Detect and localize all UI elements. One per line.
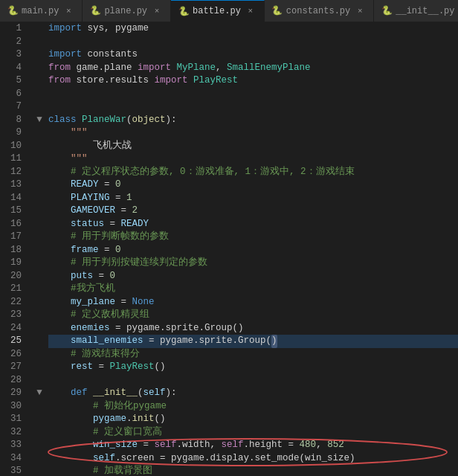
code-editor[interactable]: import sys, pygame import constants from…	[45, 22, 458, 476]
tab-main-py[interactable]: 🐍 main.py ×	[0, 0, 83, 22]
fold-3	[33, 48, 45, 62]
line-num-9: 9	[0, 126, 28, 140]
fold-20	[33, 270, 45, 283]
line-num-27: 27	[0, 361, 28, 374]
tab-main-py-close[interactable]: ×	[62, 5, 74, 17]
py-icon-2: 🐍	[90, 6, 100, 16]
fold-27	[33, 361, 45, 374]
fold-10	[33, 140, 45, 153]
tab-constants-py-close[interactable]: ×	[354, 5, 366, 17]
line-num-22: 22	[0, 296, 28, 309]
fold-7	[33, 100, 45, 114]
line-num-3: 3	[0, 48, 28, 62]
fold-22	[33, 296, 45, 309]
line-num-4: 4	[0, 62, 28, 75]
tab-plane-py[interactable]: 🐍 plane.py ×	[83, 0, 171, 22]
line-num-8: 8	[0, 114, 28, 127]
app-window: 🐍 main.py × 🐍 plane.py × 🐍 battle.py × 🐍…	[0, 0, 458, 476]
fold-35	[33, 465, 45, 476]
code-line-15: GAMEOVER = 2	[48, 205, 458, 218]
line-num-28: 28	[0, 374, 28, 387]
code-line-10: 飞机大战	[48, 140, 458, 153]
tab-constants-py-label: constants.py	[286, 6, 350, 16]
line-num-18: 18	[0, 244, 28, 257]
code-line-1: import sys, pygame	[48, 22, 458, 36]
code-line-20: puts = 0	[48, 270, 458, 283]
fold-16	[33, 218, 45, 231]
line-num-33: 33	[0, 439, 28, 452]
code-line-16: status = READY	[48, 218, 458, 231]
fold-19	[33, 257, 45, 270]
fold-9	[33, 126, 45, 140]
line-num-6: 6	[0, 88, 28, 101]
code-line-27: rest = PlayRest()	[48, 361, 458, 374]
line-num-19: 19	[0, 257, 28, 270]
fold-4	[33, 62, 45, 75]
fold-24	[33, 322, 45, 335]
py-icon: 🐍	[7, 6, 18, 16]
code-line-6	[48, 88, 458, 101]
code-line-17: # 用于判断帧数的参数	[48, 231, 458, 244]
fold-29[interactable]: ▼	[33, 387, 45, 400]
fold-34	[33, 452, 45, 466]
code-line-2	[48, 36, 458, 49]
code-line-35: # 加载背景图	[48, 465, 458, 476]
tab-constants-py[interactable]: 🐍 constants.py ×	[265, 0, 374, 22]
line-num-32: 32	[0, 426, 28, 440]
fold-15	[33, 205, 45, 218]
code-line-26: # 游戏结束得分	[48, 348, 458, 361]
py-icon-4: 🐍	[272, 6, 283, 16]
fold-8[interactable]: ▼	[33, 114, 45, 127]
code-line-3: import constants	[48, 48, 458, 62]
line-numbers-gutter: 1 2 3 4 5 6 7 8 9 10 11 12 13 14 15 16 1…	[0, 22, 33, 476]
fold-14	[33, 192, 45, 205]
line-num-13: 13	[0, 178, 28, 192]
tab-battle-py-close[interactable]: ×	[245, 5, 257, 17]
fold-23	[33, 309, 45, 322]
code-line-30: # 初始化pygame	[48, 400, 458, 414]
fold-25	[33, 335, 45, 348]
code-line-19: # 用于判别按键连续判定的参数	[48, 257, 458, 270]
line-num-16: 16	[0, 218, 28, 231]
py-icon-3: 🐍	[178, 6, 189, 16]
code-line-7	[48, 100, 458, 114]
tab-plane-py-close[interactable]: ×	[151, 5, 163, 17]
line-num-2: 2	[0, 36, 28, 49]
code-line-23: # 定义敌机精灵组	[48, 309, 458, 322]
line-num-23: 23	[0, 309, 28, 322]
fold-1	[33, 22, 45, 36]
line-num-35: 35	[0, 465, 28, 476]
code-line-32: # 定义窗口宽高	[48, 426, 458, 440]
code-line-13: READY = 0	[48, 178, 458, 192]
line-num-34: 34	[0, 452, 28, 466]
fold-11	[33, 152, 45, 166]
code-line-18: frame = 0	[48, 244, 458, 257]
code-line-22: my_plane = None	[48, 296, 458, 309]
fold-18	[33, 244, 45, 257]
code-line-4: from game.plane import MyPlane, SmallEne…	[48, 62, 458, 75]
tab-init-py-label: __init__.py	[396, 6, 454, 16]
tab-init-py[interactable]: 🐍 __init__.py ×	[374, 0, 458, 22]
line-num-24: 24	[0, 322, 28, 335]
fold-31	[33, 413, 45, 426]
code-line-34: self.screen = pygame.display.set_mode(wi…	[48, 452, 458, 466]
line-num-31: 31	[0, 413, 28, 426]
fold-33	[33, 439, 45, 452]
tab-bar: 🐍 main.py × 🐍 plane.py × 🐍 battle.py × 🐍…	[0, 0, 458, 22]
line-num-10: 10	[0, 140, 28, 153]
fold-6	[33, 88, 45, 101]
fold-28	[33, 374, 45, 387]
line-num-29: 29	[0, 387, 28, 400]
fold-32	[33, 426, 45, 440]
code-line-8: class PlaneWar(object):	[48, 114, 458, 127]
fold-17	[33, 231, 45, 244]
line-num-20: 20	[0, 270, 28, 283]
code-line-12: # 定义程序状态的参数, 0：游戏准备, 1：游戏中, 2：游戏结束	[48, 166, 458, 179]
fold-13	[33, 178, 45, 192]
editor: 1 2 3 4 5 6 7 8 9 10 11 12 13 14 15 16 1…	[0, 22, 458, 476]
fold-26	[33, 348, 45, 361]
tab-battle-py-label: battle.py	[193, 6, 241, 16]
tab-battle-py[interactable]: 🐍 battle.py ×	[171, 0, 265, 22]
code-line-24: enemies = pygame.sprite.Group()	[48, 322, 458, 335]
tab-plane-py-label: plane.py	[104, 6, 147, 16]
